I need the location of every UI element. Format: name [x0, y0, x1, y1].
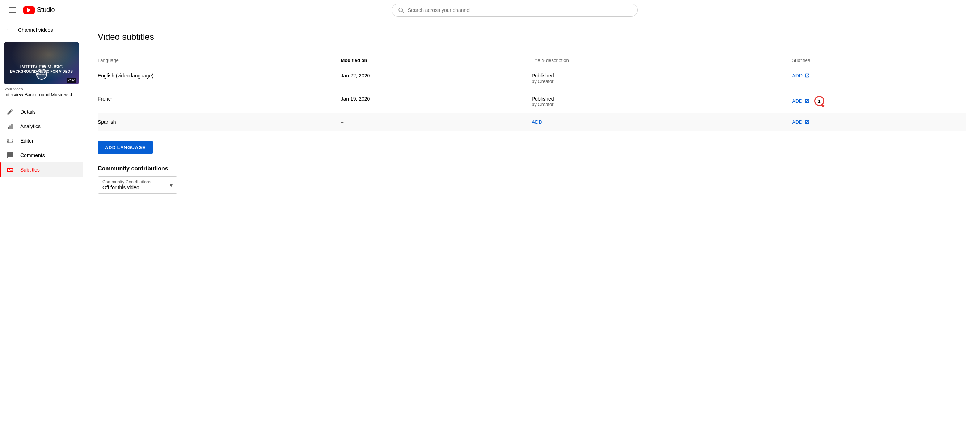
- sidebar-nav: Details Analytics: [0, 105, 83, 177]
- add-subtitles-link-english[interactable]: ADD: [792, 73, 803, 78]
- language-cell: Spanish: [98, 113, 340, 131]
- sidebar-item-analytics[interactable]: Analytics: [0, 119, 83, 133]
- video-title: Interview Background Music ✏ Jak...: [4, 92, 78, 97]
- external-link-icon: [804, 73, 810, 78]
- svg-rect-11: [12, 141, 13, 142]
- chart-icon: [6, 123, 14, 130]
- logo: Studio: [23, 6, 55, 14]
- back-to-channel[interactable]: ← Channel videos: [0, 23, 83, 40]
- status-cell: Published by Creator: [531, 90, 792, 113]
- add-subtitles-link-spanish[interactable]: ADD: [792, 119, 803, 125]
- modified-cell: Jan 22, 2020: [340, 67, 531, 90]
- hamburger-menu[interactable]: [6, 4, 19, 16]
- status-cell: Published by Creator: [531, 67, 792, 90]
- sidebar: ← Channel videos INTERVIEW MUSIC BACKGRO…: [0, 20, 83, 448]
- col-header-modified: Modified on: [340, 54, 531, 67]
- table-row: Spanish – ADD ADD: [98, 113, 966, 131]
- svg-rect-4: [11, 124, 12, 129]
- video-card: INTERVIEW MUSIC BACKGROUND MUSIC FOR VID…: [0, 40, 83, 102]
- sidebar-item-editor[interactable]: Editor: [0, 133, 83, 148]
- cursor-annotation: 1: [814, 96, 824, 106]
- comment-icon: [6, 152, 14, 159]
- col-header-title: Title & description: [531, 54, 792, 67]
- community-contributions-section: Community contributions Community Contri…: [98, 165, 966, 194]
- svg-rect-13: [8, 169, 10, 170]
- thumb-logo: Mavrek: [36, 69, 47, 79]
- main-content: Video subtitles Language Modified on Tit…: [83, 20, 980, 448]
- pencil-icon: [6, 108, 14, 116]
- community-contributions-title: Community contributions: [98, 165, 966, 172]
- svg-rect-5: [7, 139, 13, 143]
- video-thumbnail: INTERVIEW MUSIC BACKGROUND MUSIC FOR VID…: [4, 42, 78, 84]
- svg-rect-9: [12, 140, 13, 141]
- dropdown-inner: Community Contributions Off for this vid…: [102, 180, 155, 191]
- external-link-icon: [804, 98, 810, 104]
- subtitles-cell: ADD: [792, 67, 966, 90]
- film-icon: [6, 137, 14, 145]
- external-link-icon: [804, 119, 810, 125]
- details-label: Details: [20, 109, 36, 115]
- your-video-label: Your video: [4, 87, 78, 91]
- analytics-label: Analytics: [20, 123, 41, 129]
- language-cell: French: [98, 90, 340, 113]
- col-header-language: Language: [98, 54, 340, 67]
- add-language-button[interactable]: ADD LANGUAGE: [98, 141, 153, 154]
- comments-label: Comments: [20, 153, 45, 158]
- svg-rect-15: [8, 170, 11, 171]
- youtube-icon: [23, 6, 35, 14]
- search-icon: [398, 7, 404, 13]
- page-title: Video subtitles: [98, 32, 966, 42]
- chevron-down-icon: ▾: [170, 182, 173, 189]
- community-contributions-dropdown[interactable]: Community Contributions Off for this vid…: [98, 176, 177, 194]
- table-header: Language Modified on Title & description…: [98, 54, 966, 67]
- col-header-subtitles: Subtitles: [792, 54, 966, 67]
- language-cell: English (video language): [98, 67, 340, 90]
- subtitles-icon: [6, 166, 14, 173]
- svg-rect-10: [7, 141, 8, 142]
- svg-rect-12: [7, 168, 13, 172]
- topbar: Studio: [0, 0, 980, 20]
- search-bar[interactable]: [391, 4, 638, 17]
- table-row: French Jan 19, 2020 Published by Creator…: [98, 90, 966, 113]
- svg-rect-14: [10, 169, 13, 170]
- svg-rect-8: [7, 140, 8, 141]
- sidebar-item-comments[interactable]: Comments: [0, 148, 83, 162]
- editor-label: Editor: [20, 138, 33, 144]
- subtitles-cell: ADD 1: [792, 90, 966, 113]
- back-arrow-icon: ←: [6, 26, 12, 33]
- title-add-cell: ADD: [531, 113, 792, 131]
- sidebar-item-subtitles[interactable]: Subtitles: [0, 162, 83, 177]
- subtitles-cell: ADD: [792, 113, 966, 131]
- sidebar-item-details[interactable]: Details: [0, 105, 83, 119]
- studio-label: Studio: [37, 6, 55, 14]
- modified-cell: –: [340, 113, 531, 131]
- dropdown-value: Off for this video: [102, 184, 155, 191]
- table-row: English (video language) Jan 22, 2020 Pu…: [98, 67, 966, 90]
- back-label: Channel videos: [18, 27, 53, 33]
- svg-rect-16: [11, 170, 12, 171]
- svg-rect-2: [8, 127, 9, 129]
- modified-cell: Jan 19, 2020: [340, 90, 531, 113]
- subtitles-table: Language Modified on Title & description…: [98, 54, 966, 131]
- dropdown-label: Community Contributions: [102, 180, 155, 184]
- add-title-link-spanish[interactable]: ADD: [531, 119, 542, 125]
- add-subtitles-link-french[interactable]: ADD: [792, 98, 803, 104]
- svg-rect-3: [10, 126, 11, 129]
- search-input[interactable]: [408, 7, 632, 13]
- svg-line-1: [402, 11, 404, 13]
- layout: ← Channel videos INTERVIEW MUSIC BACKGRO…: [0, 20, 980, 448]
- table-body: English (video language) Jan 22, 2020 Pu…: [98, 67, 966, 131]
- subtitles-label: Subtitles: [20, 167, 40, 173]
- thumb-duration: 2:32: [67, 78, 76, 83]
